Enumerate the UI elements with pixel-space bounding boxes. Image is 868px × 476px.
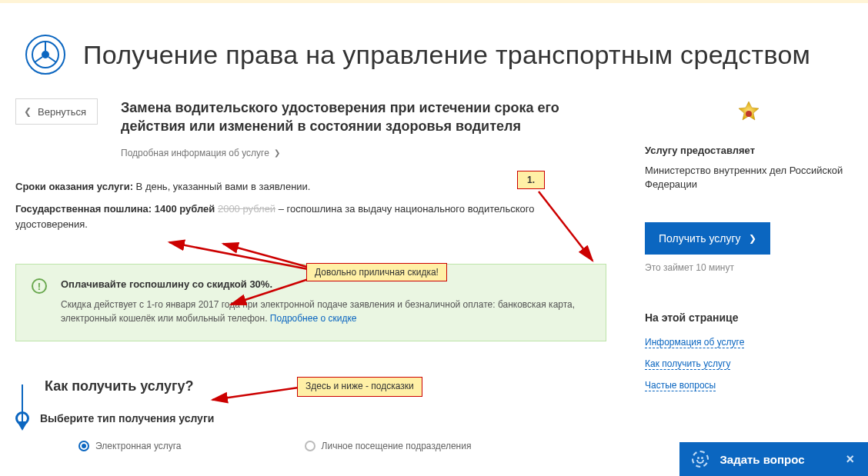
discount-link[interactable]: Подробнее о скидке — [270, 313, 357, 324]
anchor-link-how[interactable]: Как получить услугу — [645, 358, 730, 370]
provider-name: Министерство внутренних дел Российской Ф… — [645, 164, 853, 191]
provider-title: Услугу предоставляет — [645, 145, 853, 156]
radio-on-icon — [78, 441, 89, 451]
svg-point-2 — [42, 51, 49, 58]
option-electronic[interactable]: Электронная услуга — [78, 441, 182, 451]
fee-old: 2000 рублей — [218, 203, 275, 215]
time-note: Это займет 10 минут — [645, 262, 853, 273]
anchor-link-faq[interactable]: Частые вопросы — [645, 380, 716, 391]
step-1-title: Выберите тип получения услуги — [40, 412, 214, 424]
option-in-person[interactable]: Личное посещение подразделения — [305, 441, 472, 451]
fee-label: Государственная пошлина: — [15, 203, 152, 215]
on-this-page-title: На этой странице — [645, 311, 853, 324]
svg-point-6 — [746, 111, 752, 117]
back-button[interactable]: ❮ Вернуться — [15, 98, 98, 125]
smiley-icon — [692, 451, 709, 468]
annotation-tag-discount: Довольно приличная скидка! — [306, 263, 447, 281]
radio-off-icon — [305, 441, 315, 451]
back-label: Вернуться — [38, 106, 86, 118]
vertical-guide-line — [22, 384, 23, 421]
discount-text: Скидка действует с 1-го января 2017 года… — [61, 298, 587, 325]
chevron-right-icon: ❯ — [749, 233, 756, 244]
anchor-link-info[interactable]: Информация об услуге — [645, 337, 744, 348]
svg-line-4 — [35, 57, 42, 62]
get-service-button[interactable]: Получить услугу ❯ — [645, 222, 770, 255]
steering-wheel-icon — [25, 34, 66, 75]
service-subtitle: Замена водительского удостоверения при и… — [121, 98, 606, 136]
term-value: В день, указанный вами в заявлении. — [136, 181, 311, 192]
fee-row: Государственная пошлина: 1400 рублей 200… — [15, 201, 606, 231]
annotation-tag-hints: Здесь и ниже - подсказки — [297, 377, 422, 397]
page-title: Получение права на управление транспортн… — [83, 38, 810, 72]
fee-price: 1400 рублей — [155, 203, 215, 215]
emblem-icon — [645, 98, 853, 134]
ask-question-button[interactable]: Задать вопрос × — [679, 442, 868, 476]
close-icon[interactable]: × — [846, 451, 854, 468]
step-1-row: Выберите тип получения услуги — [15, 411, 606, 425]
service-details-link[interactable]: Подробная информация об услуге ❯ — [121, 148, 280, 158]
arrow-down-icon — [17, 421, 28, 431]
chevron-right-icon: ❯ — [274, 148, 280, 157]
chevron-left-icon: ❮ — [24, 106, 32, 117]
page-header: Получение права на управление транспортн… — [0, 3, 868, 98]
term-label: Сроки оказания услуги: — [15, 181, 133, 192]
svg-line-5 — [48, 57, 56, 62]
exclamation-icon: ! — [32, 278, 47, 294]
annotation-tag-1: 1. — [517, 171, 545, 189]
